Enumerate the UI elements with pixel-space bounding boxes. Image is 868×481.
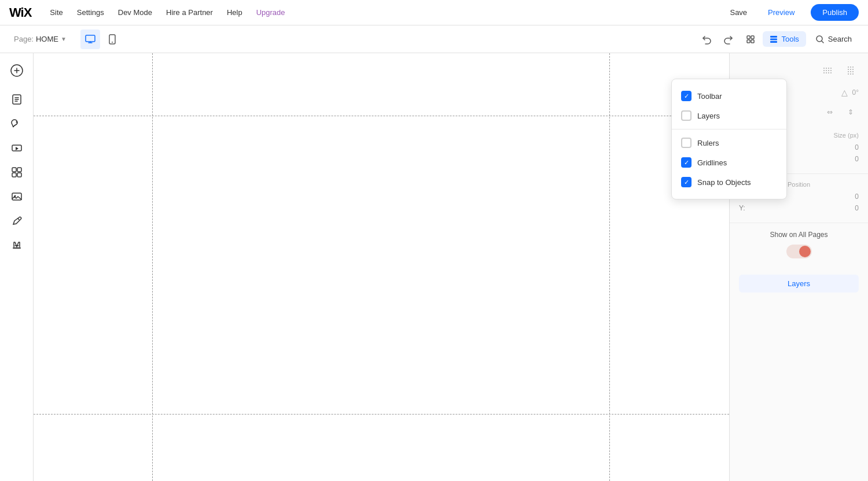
- align-columns-icon[interactable]: [843, 62, 859, 79]
- search-label: Search: [828, 35, 852, 43]
- height-value[interactable]: 0: [830, 155, 859, 163]
- fit-button[interactable]: [741, 29, 760, 49]
- main-area: ✓ Toolbar Layers Rulers ✓ Gridlines ✓ Sn…: [0, 53, 868, 481]
- undo-icon: [701, 34, 712, 45]
- page-name: HOME: [36, 35, 58, 43]
- svg-rect-0: [86, 35, 95, 42]
- svg-rect-7: [770, 36, 777, 38]
- svg-rect-4: [751, 36, 754, 39]
- snap-label: Snap to Objects: [729, 178, 751, 187]
- pen-icon: [11, 215, 23, 227]
- grid-line-v1: [152, 53, 153, 481]
- svg-rect-16: [17, 168, 21, 172]
- chevron-down-icon: ▼: [61, 36, 67, 42]
- sidebar-item-font[interactable]: [6, 235, 27, 256]
- top-navbar: WiX Site Settings Dev Mode Hire a Partne…: [0, 0, 868, 25]
- search-icon: [815, 35, 825, 44]
- nav-help[interactable]: Help: [226, 6, 244, 19]
- right-panel: ✓ Toolbar Layers Rulers ✓ Gridlines ✓ Sn…: [729, 53, 868, 481]
- svg-rect-18: [17, 173, 21, 177]
- nav-settings[interactable]: Settings: [76, 6, 105, 19]
- toggle-knob: [799, 246, 811, 257]
- svg-point-2: [112, 42, 113, 43]
- svg-rect-3: [747, 36, 750, 39]
- nav-hire[interactable]: Hire a Partner: [165, 6, 214, 19]
- flip-horizontal-icon[interactable]: ⇔: [822, 104, 838, 120]
- search-button[interactable]: Search: [808, 31, 859, 47]
- sidebar-item-apps[interactable]: [6, 162, 27, 183]
- dropdown-divider: [729, 129, 786, 130]
- y-value[interactable]: 0: [830, 204, 859, 212]
- width-value[interactable]: 0: [830, 143, 859, 151]
- desktop-device-button[interactable]: [80, 29, 100, 49]
- preview-button[interactable]: Preview: [763, 6, 799, 19]
- left-sidebar: [0, 53, 34, 481]
- device-buttons: [80, 29, 122, 49]
- undo-button[interactable]: [697, 29, 716, 49]
- layers-button[interactable]: Layers: [739, 275, 859, 293]
- svg-rect-15: [12, 168, 16, 172]
- wix-logo: WiX: [9, 5, 31, 20]
- tools-label: Tools: [781, 35, 799, 43]
- media-icon: [11, 142, 23, 154]
- fit-icon: [745, 34, 756, 45]
- nav-upgrade[interactable]: Upgrade: [255, 6, 286, 19]
- svg-rect-17: [12, 173, 16, 177]
- publish-button[interactable]: Publish: [811, 4, 859, 21]
- svg-rect-5: [747, 40, 750, 43]
- dropdown-rulers[interactable]: Rulers: [729, 133, 786, 153]
- save-button[interactable]: Save: [725, 6, 752, 19]
- show-all-pages-label: Show on All Pages: [739, 230, 859, 240]
- flip-vertical-icon[interactable]: ⇕: [843, 104, 859, 120]
- font-icon: [11, 239, 23, 251]
- svg-rect-9: [770, 41, 777, 43]
- paint-icon: [11, 118, 23, 130]
- dropdown-toolbar[interactable]: ✓ Toolbar: [729, 86, 786, 106]
- sidebar-item-pages[interactable]: [6, 89, 27, 110]
- show-all-pages-section: Show on All Pages: [730, 223, 868, 270]
- angle-value: 0°: [852, 88, 859, 97]
- desktop-icon: [85, 34, 95, 45]
- redo-icon: [723, 34, 734, 45]
- add-element-button[interactable]: [6, 60, 27, 81]
- tools-icon: [770, 35, 778, 43]
- sidebar-item-images[interactable]: [6, 186, 27, 207]
- apps-icon: [11, 166, 23, 178]
- grid-line-h2: [34, 414, 729, 415]
- toolbar: Page: HOME ▼: [0, 25, 868, 53]
- show-all-toggle-wrap: [739, 245, 859, 258]
- sidebar-item-pen[interactable]: [6, 210, 27, 231]
- dropdown-snap[interactable]: ✓ Snap to Objects: [729, 172, 786, 192]
- page-selector[interactable]: Page: HOME ▼: [9, 32, 71, 46]
- tools-button[interactable]: Tools: [763, 31, 806, 47]
- nav-devmode[interactable]: Dev Mode: [117, 6, 153, 19]
- page-label: Page:: [14, 35, 34, 43]
- toolbar-right-actions: Tools Search: [697, 29, 859, 49]
- y-label: Y:: [739, 204, 745, 212]
- canvas-area[interactable]: [34, 53, 729, 481]
- dropdown-gridlines[interactable]: ✓ Gridlines: [729, 153, 786, 172]
- svg-rect-6: [751, 40, 754, 43]
- align-rows-icon[interactable]: [819, 62, 836, 79]
- nav-site[interactable]: Site: [49, 6, 64, 19]
- grid-line-v2: [609, 53, 610, 481]
- mobile-icon: [107, 34, 117, 45]
- sidebar-item-design[interactable]: [6, 113, 27, 134]
- x-value[interactable]: 0: [830, 193, 859, 201]
- tools-dropdown: ✓ Toolbar Layers Rulers ✓ Gridlines ✓ Sn…: [729, 79, 787, 199]
- pages-icon: [11, 94, 23, 105]
- grid-line-h1: [34, 116, 729, 116]
- image-icon: [11, 191, 23, 202]
- sidebar-item-media[interactable]: [6, 138, 27, 158]
- add-icon: [10, 64, 23, 77]
- redo-button[interactable]: [719, 29, 738, 49]
- mobile-device-button[interactable]: [102, 29, 122, 49]
- svg-rect-19: [12, 193, 21, 200]
- y-field: Y: 0: [739, 204, 859, 212]
- svg-point-13: [16, 121, 17, 123]
- svg-rect-8: [770, 38, 777, 40]
- show-all-toggle[interactable]: [786, 245, 812, 258]
- dropdown-layers[interactable]: Layers: [729, 106, 786, 125]
- svg-rect-21: [13, 247, 21, 249]
- rotate-icon: △: [841, 88, 848, 97]
